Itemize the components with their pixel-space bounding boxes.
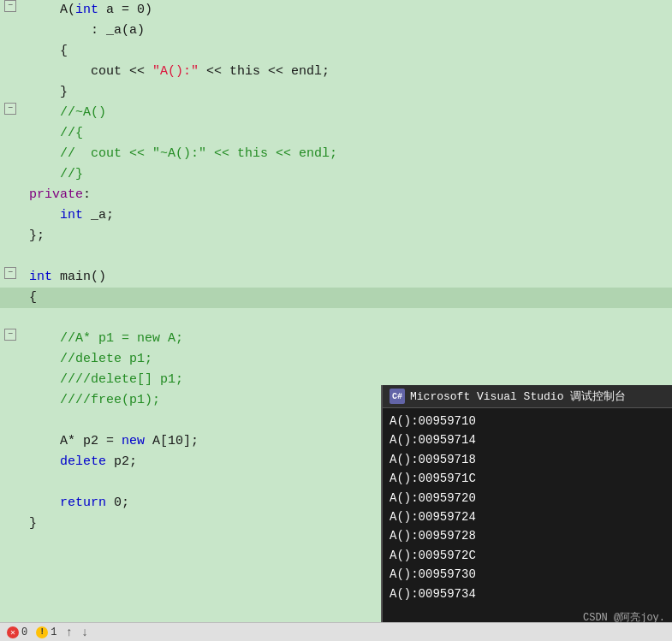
- console-line: A():00959730: [390, 565, 665, 584]
- vs-console: C# Microsoft Visual Studio 调试控制台 A():009…: [381, 385, 672, 622]
- token: _a;: [83, 208, 114, 223]
- arrow-down-status: ↓: [81, 626, 88, 639]
- token: main(): [52, 270, 106, 284]
- line-content: : _a(a): [26, 21, 672, 40]
- vs-console-titlebar: C# Microsoft Visual Studio 调试控制台: [383, 385, 672, 408]
- code-line: − A(int a = 0): [0, 0, 672, 21]
- code-line: };: [0, 226, 672, 246]
- collapse-button[interactable]: −: [4, 329, 16, 341]
- token: << endl;: [268, 146, 337, 161]
- line-content: }: [26, 82, 672, 102]
- line-content: {: [26, 288, 672, 307]
- console-line: A():0095972C: [390, 546, 665, 565]
- line-content: //}: [26, 164, 672, 184]
- token: [29, 496, 60, 510]
- warning-icon: !: [36, 626, 48, 638]
- token: //}: [29, 167, 83, 181]
- collapse-button[interactable]: −: [4, 0, 16, 12]
- token: : _a(a): [29, 23, 145, 38]
- line-content: A(int a = 0): [26, 0, 672, 20]
- token: A* p2 =: [29, 434, 122, 448]
- collapse-button[interactable]: −: [4, 103, 16, 115]
- warning-count: 1: [51, 626, 56, 638]
- line-content: //{: [26, 123, 672, 143]
- code-line: private:: [0, 185, 672, 205]
- token: }: [29, 85, 68, 99]
- token: //{: [29, 126, 83, 140]
- line-content: private:: [26, 185, 672, 205]
- line-content: cout << "A():" << this << endl;: [26, 62, 672, 81]
- arrow-up-icon: ↑: [65, 626, 72, 639]
- code-line: −int main(): [0, 267, 672, 288]
- line-content: };: [26, 226, 672, 246]
- token: new: [122, 434, 145, 448]
- code-line: {: [0, 288, 672, 308]
- vs-console-footer: CSDN @阿亮joy.: [383, 607, 672, 622]
- token: [29, 454, 60, 469]
- console-line: A():00959720: [390, 489, 665, 507]
- token: {: [29, 290, 37, 305]
- vs-console-body: A():00959710A():00959714A():00959718A():…: [383, 408, 672, 607]
- warning-status: ! 1: [36, 626, 56, 638]
- line-content: {: [26, 41, 672, 61]
- code-line: }: [0, 82, 672, 103]
- code-editor: − A(int a = 0) : _a(a) { cout << "A():" …: [0, 0, 672, 622]
- console-line: A():00959710: [390, 412, 665, 430]
- token: cout <<: [29, 64, 152, 79]
- code-line: //{: [0, 123, 672, 144]
- code-line: : _a(a): [0, 21, 672, 41]
- token: :: [83, 187, 91, 202]
- console-line: A():00959724: [390, 507, 665, 526]
- line-content: //A* p1 = new A;: [26, 329, 672, 348]
- console-line: A():0095971C: [390, 469, 665, 488]
- console-line: A():00959714: [390, 430, 665, 449]
- token: private: [29, 187, 83, 202]
- console-line: A():00959728: [390, 526, 665, 545]
- code-line: − //~A(): [0, 103, 672, 123]
- code-line: int _a;: [0, 205, 672, 226]
- token: };: [29, 229, 45, 243]
- line-content: //~A(): [26, 103, 672, 122]
- code-line: cout << "A():" << this << endl;: [0, 62, 672, 82]
- token: //~A(): [29, 105, 106, 120]
- token: //delete p1;: [29, 352, 152, 366]
- token: // cout << "~A():" <<: [29, 146, 237, 161]
- token: << endl;: [260, 64, 330, 79]
- line-gutter: −: [0, 267, 26, 279]
- code-line: // cout << "~A():" << this << endl;: [0, 144, 672, 164]
- token: //A* p1 = new A;: [29, 331, 183, 346]
- code-line: − //A* p1 = new A;: [0, 329, 672, 349]
- token: this: [229, 64, 260, 79]
- main-container: − A(int a = 0) : _a(a) { cout << "A():" …: [0, 0, 672, 641]
- code-line: [0, 308, 672, 329]
- token: <<: [199, 64, 229, 79]
- token: int: [29, 270, 52, 284]
- console-line: A():00959734: [390, 585, 665, 603]
- error-status: ✕ 0: [7, 626, 27, 638]
- token: a = 0): [98, 3, 152, 17]
- line-gutter: −: [0, 0, 26, 12]
- vs-console-title-text: Microsoft Visual Studio 调试控制台: [410, 389, 626, 404]
- token: A(: [29, 3, 75, 17]
- code-line: //delete p1;: [0, 349, 672, 370]
- arrow-up-status: ↑: [65, 626, 72, 639]
- token: "A():": [152, 64, 199, 79]
- arrow-down-icon: ↓: [81, 626, 88, 639]
- token: 0;: [106, 496, 129, 510]
- token: A[10];: [145, 434, 199, 448]
- error-icon: ✕: [7, 626, 19, 638]
- code-line: {: [0, 41, 672, 62]
- code-line: //}: [0, 164, 672, 185]
- line-gutter: −: [0, 329, 26, 341]
- token: int: [60, 208, 83, 223]
- token: {: [29, 44, 68, 58]
- token: delete: [60, 454, 106, 469]
- token: [29, 208, 60, 223]
- token: this: [237, 146, 268, 161]
- collapse-button[interactable]: −: [4, 267, 16, 279]
- line-content: int _a;: [26, 205, 672, 225]
- vs-studio-icon: C#: [390, 389, 405, 404]
- line-content: //delete p1;: [26, 349, 672, 369]
- token: p2;: [106, 454, 137, 469]
- token: ////delete[] p1;: [29, 372, 183, 387]
